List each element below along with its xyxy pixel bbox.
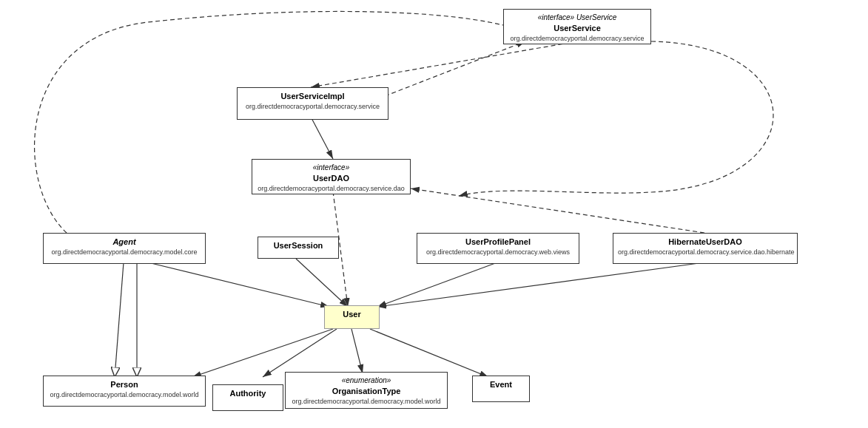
organisationtype-package: org.directdemocracyportal.democracy.mode… [290,397,443,407]
userserviceimpl-to-userservice [385,41,525,96]
agent-package: org.directdemocracyportal.democracy.mode… [48,248,201,257]
hibernateuserdao-package: org.directdemocracyportal.democracy.serv… [618,248,793,257]
userservice-package: org.directdemocracyportal.democracy.serv… [508,34,646,44]
user-to-authority [263,329,337,377]
userprofilepanel-to-user [377,262,497,307]
person-package: org.directdemocracyportal.democracy.mode… [48,390,201,400]
usersession-box: UserSession [258,237,339,259]
diagram-svg [0,0,868,428]
user-box: User [324,305,380,329]
authority-box: Authority [212,384,283,411]
userprofilepanel-box: UserProfilePanel org.directdemocracyport… [417,233,579,264]
user-to-person [192,329,333,377]
agent-to-userservice-arc [35,11,503,233]
diagram-container: «interface» UserService UserService org.… [0,0,868,428]
user-to-event [370,329,488,377]
userprofilepanel-package: org.directdemocracyportal.democracy.web.… [422,248,574,257]
event-box: Event [472,376,530,402]
userserviceimpl-box: UserServiceImpl org.directdemocracyporta… [237,87,388,120]
userdao-package: org.directdemocracyportal.democracy.serv… [257,184,406,194]
usersession-to-user [296,259,348,307]
userserviceimpl-package: org.directdemocracyportal.democracy.serv… [242,102,383,112]
agent-box: Agent org.directdemocracyportal.democrac… [43,233,206,264]
agent-to-user [148,262,329,307]
userservice-to-userserviceimpl [311,41,577,87]
hibernateuserdao-to-user [377,262,704,307]
userservice-to-userdao-arc [459,41,773,196]
hibernateuserdao-to-userdao [411,188,704,233]
hibernateuserdao-box: HibernateUserDAO org.directdemocracyport… [613,233,798,264]
user-to-organisationtype [351,329,363,373]
organisationtype-box: «enumeration» OrganisationType org.direc… [285,372,448,409]
userserviceimpl-to-userdao [311,117,333,159]
userservice-stereotype: «interface» UserService [508,13,646,23]
person-box: Person org.directdemocracyportal.democra… [43,376,206,407]
agent-to-person [115,262,124,377]
userdao-box: «interface» UserDAO org.directdemocracyp… [252,159,411,194]
userservice-box: «interface» UserService UserService org.… [503,9,651,44]
